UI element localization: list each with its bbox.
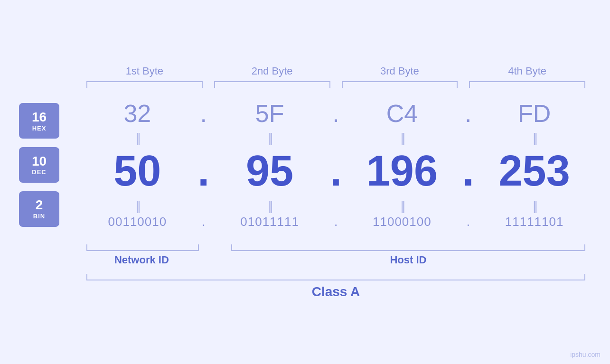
class-bracket — [83, 271, 589, 280]
dec-val-4: 253 — [478, 149, 591, 192]
byte-header-4: 4th Byte — [463, 65, 591, 77]
top-brackets — [19, 81, 591, 90]
main-grid: 16 HEX 10 DEC 2 BIN 32 . — [19, 99, 591, 231]
eq2-dot2 — [327, 199, 346, 213]
network-id-bracket — [83, 237, 203, 251]
hex-dot-1: . — [194, 99, 213, 128]
byte-header-1: 1st Byte — [81, 65, 208, 77]
hex-dot-2: . — [327, 99, 346, 128]
id-labels-row: Network ID Host ID — [19, 237, 591, 266]
equals-row-2: || || || || — [81, 199, 591, 213]
top-bracket-3 — [338, 81, 462, 90]
class-section: Class A — [19, 271, 591, 299]
hex-row: 32 . 5F . C4 . FD — [81, 99, 591, 128]
host-id-label: Host ID — [225, 254, 591, 266]
dec-dot-1: . — [194, 147, 213, 196]
dec-val-2: 95 — [213, 149, 327, 192]
bin-dot-2: . — [327, 215, 346, 229]
bin-badge: 2 BIN — [19, 191, 59, 227]
dot-spacer — [203, 237, 225, 266]
equals-row-1: || || || || — [81, 131, 591, 145]
eq2-4: || — [478, 199, 591, 213]
dec-val-3: 196 — [346, 149, 459, 192]
dec-val-1: 50 — [81, 149, 194, 192]
bin-val-1: 00110010 — [81, 215, 194, 229]
dec-badge: 10 DEC — [19, 147, 59, 183]
eq2-dot1 — [194, 199, 213, 213]
top-bracket-2 — [210, 81, 334, 90]
bin-val-3: 11000100 — [346, 215, 459, 229]
dec-dot-3: . — [459, 147, 478, 196]
byte-headers-row: 1st Byte 2nd Byte 3rd Byte 4th Byte — [19, 65, 591, 77]
eq1-dot2 — [327, 131, 346, 145]
bin-val-2: 01011111 — [213, 215, 327, 229]
bin-dot-1: . — [194, 215, 213, 229]
network-id-section: Network ID — [81, 237, 203, 266]
eq2-2: || — [213, 199, 327, 213]
bin-val-4: 11111101 — [478, 215, 591, 229]
dec-dot-2: . — [327, 147, 346, 196]
eq1-dot1 — [194, 131, 213, 145]
eq1-2: || — [213, 131, 327, 145]
hex-val-1: 32 — [81, 99, 194, 128]
byte-header-2: 2nd Byte — [208, 65, 336, 77]
eq1-3: || — [346, 131, 459, 145]
watermark: ipshu.com — [570, 351, 601, 358]
eq1-4: || — [478, 131, 591, 145]
bottom-section: Network ID Host ID Class A — [19, 237, 591, 299]
eq1-dot3 — [459, 131, 478, 145]
hex-dot-3: . — [459, 99, 478, 128]
top-bracket-1 — [83, 81, 206, 90]
hex-val-2: 5F — [213, 99, 327, 128]
values-grid: 32 . 5F . C4 . FD — [81, 99, 591, 231]
host-id-section: Host ID — [225, 237, 591, 266]
hex-val-3: C4 — [346, 99, 459, 128]
hex-badge: 16 HEX — [19, 103, 59, 139]
eq1-1: || — [81, 131, 194, 145]
byte-header-3: 3rd Byte — [336, 65, 464, 77]
class-label: Class A — [81, 284, 591, 299]
bin-row: 00110010 . 01011111 . 11000100 . — [81, 215, 591, 229]
network-id-label: Network ID — [81, 254, 203, 266]
eq2-dot3 — [459, 199, 478, 213]
host-id-bracket — [227, 237, 589, 251]
dec-row: 50 . 95 . 196 . 253 — [81, 147, 591, 196]
label-column: 16 HEX 10 DEC 2 BIN — [19, 99, 81, 231]
main-container: 1st Byte 2nd Byte 3rd Byte 4th Byte 16 H… — [0, 0, 610, 364]
eq2-3: || — [346, 199, 459, 213]
eq2-1: || — [81, 199, 194, 213]
bin-dot-3: . — [459, 215, 478, 229]
top-bracket-4 — [465, 81, 589, 90]
hex-val-4: FD — [478, 99, 591, 128]
